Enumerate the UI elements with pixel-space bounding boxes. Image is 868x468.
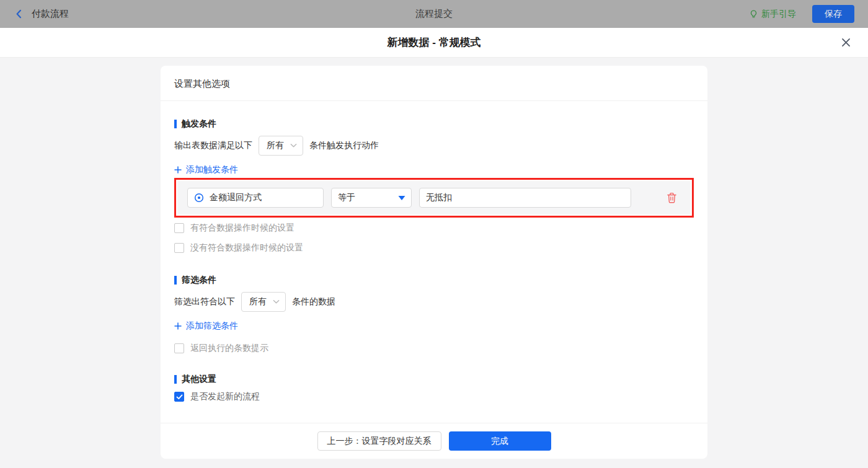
trigger-section-title: 触发条件 <box>174 118 694 130</box>
modal-title: 新增数据 - 常规模式 <box>387 35 480 50</box>
add-filter-condition-link[interactable]: 添加筛选条件 <box>174 320 238 332</box>
flow-name-label: 付款流程 <box>32 8 69 20</box>
add-trigger-condition-link[interactable]: 添加触发条件 <box>174 164 238 175</box>
filter-match-select[interactable]: 所有 <box>241 292 286 312</box>
checkbox-label: 是否发起新的流程 <box>190 391 260 402</box>
filter-section-title: 筛选条件 <box>174 275 694 286</box>
radio-circle-icon <box>194 193 204 203</box>
trigger-checkbox-row-no-data: 没有符合数据操作时候的设置 <box>174 242 694 254</box>
card-content: 触发条件 输出表数据满足以下 所有 条件触发执行动作 添加触发条件 <box>161 101 707 423</box>
section-bar <box>174 120 177 128</box>
close-icon[interactable] <box>840 37 852 48</box>
checkbox-label: 返回执行的条数提示 <box>190 343 268 354</box>
card-footer: 上一步：设置字段对应关系 完成 <box>161 423 707 459</box>
trigger-match-line: 输出表数据满足以下 所有 条件触发执行动作 <box>174 136 694 156</box>
condition-operator-select[interactable]: 等于 <box>331 188 412 208</box>
previous-step-button[interactable]: 上一步：设置字段对应关系 <box>317 431 441 451</box>
trigger-checkbox-row-has-data: 有符合数据操作时候的设置 <box>174 223 694 234</box>
save-button[interactable]: 保存 <box>812 5 854 23</box>
plus-icon <box>174 166 182 174</box>
chevron-down-icon <box>273 299 280 304</box>
trash-icon[interactable] <box>666 192 677 203</box>
filter-match-suffix: 条件的数据 <box>292 296 335 307</box>
modal-header: 新增数据 - 常规模式 <box>0 28 868 58</box>
done-button[interactable]: 完成 <box>449 431 551 451</box>
other-section-title: 其他设置 <box>174 374 694 385</box>
condition-value-input[interactable] <box>419 188 631 208</box>
topbar: 付款流程 流程提交 新手引导 保存 <box>0 0 868 28</box>
checkbox[interactable] <box>174 243 184 253</box>
topbar-back[interactable]: 付款流程 <box>14 8 69 20</box>
trigger-match-prefix: 输出表数据满足以下 <box>174 140 252 151</box>
beginner-guide-label: 新手引导 <box>761 9 796 20</box>
chevron-down-icon <box>290 143 297 148</box>
back-chevron-icon[interactable] <box>14 9 24 19</box>
options-card: 设置其他选项 触发条件 输出表数据满足以下 所有 条件触发执行动作 <box>161 66 707 459</box>
trigger-match-select[interactable]: 所有 <box>259 136 303 156</box>
trigger-match-suffix: 条件触发执行动作 <box>309 140 379 151</box>
trigger-condition-row: 金额退回方式 等于 <box>177 181 691 214</box>
checkbox[interactable] <box>174 343 184 353</box>
beginner-guide-link[interactable]: 新手引导 <box>749 9 796 20</box>
checkbox[interactable] <box>174 223 184 233</box>
filter-checkbox-row-count-hint: 返回执行的条数提示 <box>174 343 694 354</box>
card-header-title: 设置其他选项 <box>161 66 707 101</box>
filter-match-line: 筛选出符合以下 所有 条件的数据 <box>174 292 694 312</box>
plus-icon <box>174 322 182 330</box>
condition-field-select[interactable]: 金额退回方式 <box>187 188 324 208</box>
checkbox-label: 没有符合数据操作时候的设置 <box>190 242 303 254</box>
other-checkbox-row-new-flow: 是否发起新的流程 <box>174 391 694 402</box>
section-bar <box>174 276 177 285</box>
page-body: 设置其他选项 触发条件 输出表数据满足以下 所有 条件触发执行动作 <box>0 58 868 467</box>
section-bar <box>174 375 177 384</box>
filter-match-prefix: 筛选出符合以下 <box>174 296 235 307</box>
lightbulb-icon <box>749 9 758 19</box>
triangle-down-icon <box>392 188 411 207</box>
highlighted-condition-annotation: 金额退回方式 等于 <box>174 178 694 218</box>
checkbox-label: 有符合数据操作时候的设置 <box>190 223 294 234</box>
checkbox[interactable] <box>174 392 184 402</box>
topbar-title: 流程提交 <box>0 8 868 20</box>
